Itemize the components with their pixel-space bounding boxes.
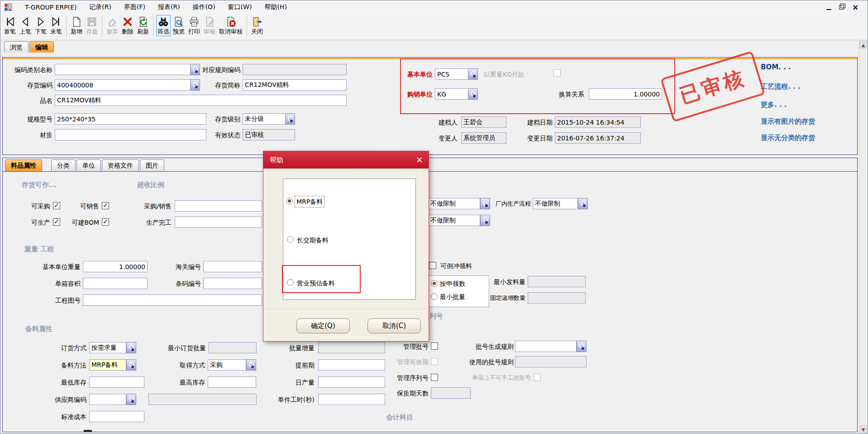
mrp-option-radio[interactable] [286,198,293,204]
vertical-scrollbar[interactable]: ▲ ▼ [859,41,867,433]
subtab-item-props[interactable]: 料品属性 [5,159,42,171]
limit2-input[interactable] [428,215,480,226]
can-bom-checkbox[interactable] [102,218,109,226]
subtab-category[interactable]: 分类 [51,159,76,171]
create-date-label: 建档日期 [514,117,553,127]
inv-code-input[interactable] [55,79,191,91]
limit2-lookup-icon[interactable] [480,215,490,226]
dialog-close-icon[interactable]: × [410,151,429,169]
forecast-option-label[interactable]: 营业预估备料 [297,278,356,288]
save-label: 存盘 [86,28,98,35]
tab-browse[interactable]: 浏览 [4,41,29,53]
backflush-checkbox[interactable] [429,262,436,269]
barcode-input[interactable] [203,278,262,289]
volume-input[interactable] [83,278,148,289]
supplier-input[interactable] [89,394,126,405]
close-form-button[interactable]: 关闭 [250,15,264,36]
menu-help[interactable]: 帮助(H) [264,3,286,11]
cancel-audit-button[interactable]: 取消审核 [218,15,244,36]
spec-input[interactable] [55,113,206,125]
link-more[interactable]: 更多. . . [761,101,787,109]
print-button[interactable]: 打印 [187,15,201,36]
customs-input[interactable] [203,261,262,272]
supplier-lookup-icon[interactable] [126,394,136,405]
close-window-button[interactable]: × [850,3,860,12]
inv-code-lookup-icon[interactable] [190,79,200,91]
scroll-up-icon[interactable]: ▲ [859,41,867,48]
link-process-flow[interactable]: 工艺流程. . . [761,82,801,91]
preview-button[interactable]: 预览 [172,15,186,36]
next-record-button[interactable]: 下笔 [33,15,48,36]
subtab-underline [3,171,857,172]
batch-rule-lookup-icon[interactable] [577,341,587,352]
prep-method-lookup-icon[interactable] [126,359,136,371]
subtab-picture[interactable]: 图片 [140,159,164,171]
limit1-lookup-icon[interactable] [480,198,490,209]
factory-flow-input[interactable] [533,198,578,209]
menu-operate[interactable]: 操作(O) [193,3,215,11]
prev-record-button[interactable]: 上笔 [18,15,33,36]
menu-interface[interactable]: 界面(F) [124,3,145,11]
minimize-button[interactable] [824,3,834,12]
new-button[interactable]: 新增 [69,15,84,36]
restore-button[interactable] [837,3,847,12]
min-stock-input[interactable] [89,376,144,388]
prep-method-input[interactable] [89,359,126,371]
link-show-unclassified[interactable]: 显示无分类的存货 [761,134,815,142]
material-input[interactable] [55,129,206,140]
max-stock-input[interactable] [208,376,256,388]
lead-time-input[interactable] [318,359,385,371]
menu-window[interactable]: 窗口(W) [228,3,252,11]
long-lead-option-label[interactable]: 长交期备料 [297,235,351,245]
can-purchase-checkbox[interactable] [53,202,60,209]
dialog-ok-button[interactable]: 确定(Q) [296,318,350,333]
code-category-input[interactable] [55,64,191,75]
base-unit-lookup-icon[interactable] [468,68,478,80]
filter-button[interactable]: 筛选 [156,15,171,36]
drawing-input[interactable] [83,294,262,306]
min-batch-radio[interactable] [431,293,438,300]
factory-flow-lookup-icon[interactable] [578,198,588,209]
menu-record[interactable]: 记录(R) [89,3,111,11]
acquire-input[interactable] [208,359,246,371]
forecast-option-radio[interactable] [287,279,294,286]
delete-button[interactable]: 删除 [120,15,135,36]
dialog-cancel-button[interactable]: 取消(C) [367,318,421,333]
refresh-button[interactable]: 刷新 [136,15,150,36]
batch-rule-input[interactable] [515,341,577,352]
manage-batch-checkbox[interactable] [431,342,438,350]
limit1-input[interactable] [428,198,480,209]
daily-output-input[interactable] [318,376,385,388]
acquire-lookup-icon[interactable] [246,359,256,371]
inv-level-lookup-icon[interactable] [285,113,295,125]
link-bom[interactable]: BOM. . . [761,63,791,71]
subtab-unit[interactable]: 单位 [76,159,101,171]
order-mode-lookup-icon[interactable] [126,342,136,353]
trade-unit-lookup-icon[interactable] [468,88,478,100]
inv-level-input[interactable] [243,113,286,125]
mrp-option-label[interactable]: MRP备料 [295,196,324,207]
over-finish-input[interactable] [175,217,262,228]
over-ps-input[interactable] [175,200,262,212]
manage-serial-checkbox[interactable] [431,374,438,381]
can-sale-checkbox[interactable] [102,202,109,209]
section-over-ratio: 超收比例 [137,181,164,189]
menu-report[interactable]: 报表(R) [158,3,180,11]
tab-edit[interactable]: 编辑 [29,41,54,53]
inv-abbr-input[interactable] [243,79,347,91]
by-apply-radio[interactable] [431,280,438,287]
scroll-down-icon[interactable]: ▼ [859,425,867,433]
subtab-qualification[interactable]: 资格文件 [102,159,139,171]
std-cost-input[interactable] [89,411,144,422]
unit-time-input[interactable] [318,394,385,405]
product-name-input[interactable] [55,95,347,106]
link-show-with-image[interactable]: 显示有图片的存货 [761,117,815,126]
base-weight-input[interactable] [83,261,148,272]
order-mode-input[interactable] [89,342,126,353]
can-produce-checkbox[interactable] [53,218,60,226]
long-lead-option-radio[interactable] [287,236,294,243]
conversion-input[interactable] [589,88,662,100]
menu-app[interactable]: T-GROUP ERP(E) [25,4,76,11]
last-record-button[interactable]: 末笔 [49,15,63,36]
first-record-button[interactable]: 首笔 [3,15,17,36]
